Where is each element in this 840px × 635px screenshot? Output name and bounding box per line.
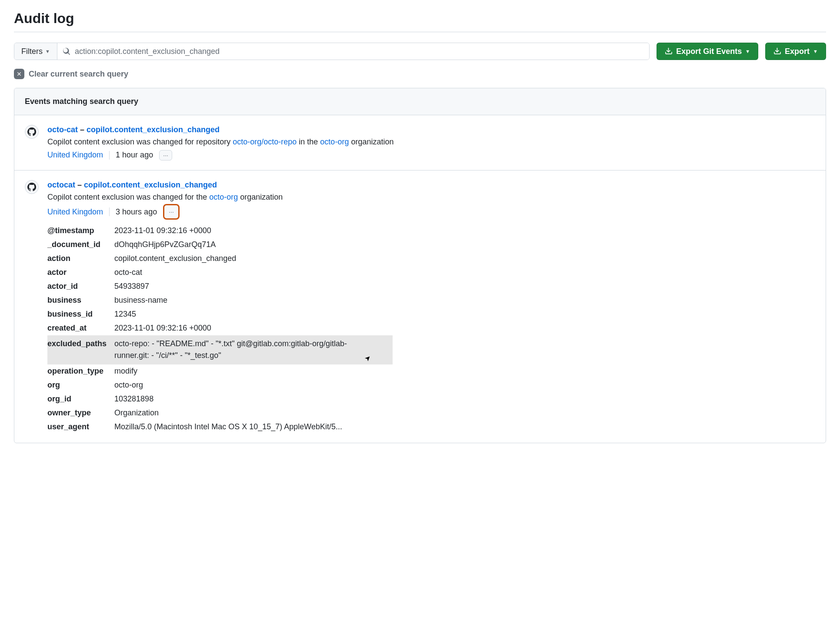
- detail-value: octo-repo: - "README.md" - "*.txt" git@g…: [114, 335, 393, 365]
- detail-key: org: [47, 378, 114, 392]
- detail-key: user_agent: [47, 420, 114, 434]
- divider: [109, 207, 110, 216]
- detail-row: operation_typemodify: [47, 364, 393, 378]
- detail-value: octo-org: [114, 378, 393, 392]
- detail-key: _document_id: [47, 238, 114, 252]
- detail-row: actor_id54933897: [47, 280, 393, 294]
- action-link[interactable]: copilot.content_exclusion_changed: [84, 180, 217, 189]
- detail-value: business-name: [114, 294, 393, 307]
- avatar: [25, 180, 39, 194]
- download-icon: [665, 47, 673, 55]
- detail-value: 103281898: [114, 392, 393, 406]
- detail-value: Mozilla/5.0 (Macintosh Intel Mac OS X 10…: [114, 420, 393, 434]
- export-label: Export: [785, 47, 810, 56]
- detail-row: org_id103281898: [47, 392, 393, 406]
- detail-key: operation_type: [47, 364, 114, 378]
- filters-label: Filters: [21, 47, 43, 56]
- detail-value: 12345: [114, 307, 393, 321]
- detail-key: created_at: [47, 321, 114, 335]
- caret-down-icon: ▼: [813, 49, 818, 54]
- cursor-icon: ➤: [362, 353, 374, 364]
- detail-value: 54933897: [114, 280, 393, 294]
- detail-row: @timestamp2023-11-01 09:32:16 +0000: [47, 224, 393, 238]
- time-ago: 3 hours ago: [116, 206, 157, 218]
- detail-key: action: [47, 252, 114, 266]
- detail-row: actioncopilot.content_exclusion_changed: [47, 252, 393, 266]
- download-icon: [773, 47, 781, 55]
- detail-value: 2023-11-01 09:32:16 +0000: [114, 224, 393, 238]
- event-meta: United Kingdom 3 hours ago ···: [47, 204, 180, 220]
- event-description: Copilot content exclusion was changed fo…: [47, 136, 815, 148]
- events-header: Events matching search query: [14, 88, 826, 115]
- detail-row: actorocto-cat: [47, 266, 393, 280]
- caret-down-icon: ▼: [745, 49, 750, 54]
- export-git-events-button[interactable]: Export Git Events ▼: [657, 43, 758, 60]
- detail-value: copilot.content_exclusion_changed: [114, 252, 393, 266]
- detail-key: business_id: [47, 307, 114, 321]
- org-link[interactable]: octo-org: [209, 193, 238, 201]
- actor-link[interactable]: octocat: [47, 180, 75, 189]
- detail-row: businessbusiness-name: [47, 294, 393, 307]
- detail-value: 2023-11-01 09:32:16 +0000: [114, 321, 393, 335]
- action-link[interactable]: copilot.content_exclusion_changed: [87, 125, 220, 134]
- detail-key: actor_id: [47, 280, 114, 294]
- audit-event: octo-cat – copilot.content_exclusion_cha…: [14, 115, 826, 170]
- detail-row: user_agentMozilla/5.0 (Macintosh Intel M…: [47, 420, 393, 434]
- clear-search-button[interactable]: Clear current search query: [14, 69, 826, 79]
- search-input-wrap: [57, 43, 649, 60]
- location-link[interactable]: United Kingdom: [47, 149, 103, 161]
- actor-link[interactable]: octo-cat: [47, 125, 78, 134]
- event-description: Copilot content exclusion was changed fo…: [47, 191, 815, 204]
- avatar: [25, 125, 39, 139]
- export-button[interactable]: Export ▼: [765, 43, 826, 60]
- detail-row: owner_typeOrganization: [47, 406, 393, 420]
- search-group: Filters ▼: [14, 43, 650, 60]
- detail-key: excluded_paths: [47, 335, 114, 365]
- detail-value: modify: [114, 364, 393, 378]
- expand-details-button[interactable]: ···: [163, 204, 180, 220]
- detail-key: owner_type: [47, 406, 114, 420]
- event-details-table: @timestamp2023-11-01 09:32:16 +0000_docu…: [47, 224, 393, 434]
- detail-value: dOhqqhGHjp6PvZGarQq71A: [114, 238, 393, 252]
- location-link[interactable]: United Kingdom: [47, 206, 103, 218]
- search-input[interactable]: [75, 47, 644, 56]
- repo-link[interactable]: octo-org/octo-repo: [233, 137, 297, 146]
- export-git-label: Export Git Events: [676, 47, 742, 56]
- toolbar: Filters ▼ Export Git Events ▼ Export ▼: [14, 43, 826, 60]
- detail-row: excluded_pathsocto-repo: - "README.md" -…: [47, 335, 393, 365]
- detail-key: business: [47, 294, 114, 307]
- detail-key: org_id: [47, 392, 114, 406]
- detail-row: _document_iddOhqqhGHjp6PvZGarQq71A: [47, 238, 393, 252]
- filters-button[interactable]: Filters ▼: [14, 43, 57, 60]
- audit-event: octocat – copilot.content_exclusion_chan…: [14, 170, 826, 443]
- detail-key: actor: [47, 266, 114, 280]
- divider: [109, 151, 110, 160]
- time-ago: 1 hour ago: [116, 149, 153, 161]
- events-panel: Events matching search query octo-cat – …: [14, 88, 826, 443]
- detail-row: orgocto-org: [47, 378, 393, 392]
- dash: –: [77, 180, 84, 189]
- detail-value: Organization: [114, 406, 393, 420]
- caret-down-icon: ▼: [45, 49, 50, 54]
- detail-key: @timestamp: [47, 224, 114, 238]
- event-meta: United Kingdom 1 hour ago ···: [47, 149, 172, 161]
- search-icon: [63, 47, 70, 55]
- detail-value: octo-cat: [114, 266, 393, 280]
- org-link[interactable]: octo-org: [320, 137, 349, 146]
- clear-label: Clear current search query: [29, 70, 128, 79]
- dash: –: [80, 125, 87, 134]
- expand-details-button[interactable]: ···: [159, 150, 172, 160]
- clear-icon: [14, 69, 24, 79]
- page-title: Audit log: [14, 10, 826, 32]
- detail-row: created_at2023-11-01 09:32:16 +0000: [47, 321, 393, 335]
- detail-row: business_id12345: [47, 307, 393, 321]
